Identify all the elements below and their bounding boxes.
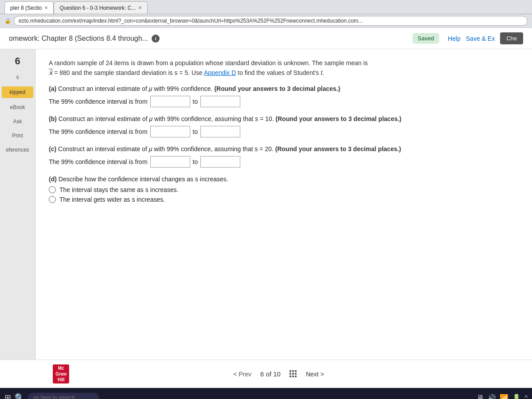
page-current: 6 of 10 bbox=[260, 370, 281, 378]
lock-icon: 🔒 bbox=[4, 18, 11, 24]
sidebar-item-print[interactable]: Print bbox=[0, 130, 35, 141]
sidebar-item-ask[interactable]: Ask bbox=[0, 116, 35, 127]
part-c-mu: μ bbox=[149, 145, 153, 153]
taskbar-right: 🖥 🔊 📶 🔋 ^ bbox=[477, 394, 528, 399]
grid-icon[interactable] bbox=[289, 370, 297, 378]
app-header: omework: Chapter 8 (Sections 8.4 through… bbox=[0, 28, 532, 49]
taskbar-icon2[interactable]: 🔊 bbox=[487, 394, 496, 399]
part-b-question: (b) Construct an interval estimate of μ … bbox=[49, 115, 519, 122]
taskbar-icon3[interactable]: 📶 bbox=[500, 394, 509, 399]
part-a-interval-row: The 99% confidence interval is from to bbox=[49, 96, 519, 107]
part-d-option2-text: The interval gets wider as s increases. bbox=[59, 196, 165, 203]
mgh-logo: Mc Graw Hill bbox=[53, 364, 69, 383]
part-a-input1[interactable] bbox=[150, 96, 190, 107]
save-exit-button[interactable]: Save & Ex bbox=[466, 35, 495, 42]
tab-label: pter 8 (Sectio bbox=[10, 5, 42, 11]
part-c-input1[interactable] bbox=[150, 156, 190, 168]
part-b-input1[interactable] bbox=[150, 126, 190, 137]
part-d-option1-text: The interval stays the same as s increas… bbox=[59, 186, 178, 193]
part-c-label: (c) bbox=[49, 145, 56, 153]
part-c-interval-row: The 99% confidence interval is from to bbox=[49, 156, 519, 168]
part-d-block: (d) Describe how the confidence interval… bbox=[49, 176, 519, 203]
part-d-label: (d) bbox=[49, 176, 57, 183]
taskbar-icon4[interactable]: 🔋 bbox=[512, 394, 521, 399]
part-a-input2[interactable] bbox=[200, 96, 240, 107]
windows-icon[interactable]: ⊞ bbox=[4, 393, 11, 399]
sidebar-item-ebook[interactable]: eBook bbox=[0, 102, 35, 113]
header-buttons: Help Save & Ex Che bbox=[448, 32, 523, 44]
part-c-block: (c) Construct an interval estimate of μ … bbox=[49, 145, 519, 168]
search-taskbar-icon[interactable]: 🔍 bbox=[15, 393, 24, 399]
saved-badge: Saved bbox=[413, 33, 439, 43]
second-tab-label: Question 6 - 0-3 Homework: C... bbox=[59, 5, 136, 11]
sidebar-item-skipped: kipped bbox=[2, 86, 33, 98]
help-button[interactable]: Help bbox=[448, 35, 461, 42]
info-icon[interactable]: i bbox=[152, 35, 160, 43]
url-bar: 🔒 ezto.mheducation.com/ext/map/index.htm… bbox=[0, 14, 532, 28]
content-area: A random sample of 24 items is drawn fro… bbox=[35, 49, 532, 360]
taskbar-chevron[interactable]: ^ bbox=[524, 394, 528, 399]
part-d-option1-row: The interval stays the same as s increas… bbox=[49, 186, 519, 193]
question-intro: A random sample of 24 items is drawn fro… bbox=[49, 58, 519, 78]
part-b-mu: μ bbox=[149, 115, 153, 122]
part-a-label: (a) bbox=[49, 85, 56, 92]
appendix-link[interactable]: Appendix D bbox=[204, 69, 236, 76]
part-c-input2[interactable] bbox=[200, 156, 240, 168]
taskbar-icon1[interactable]: 🖥 bbox=[477, 394, 484, 399]
taskbar: ⊞ 🔍 🖥 🔊 📶 🔋 ^ bbox=[0, 388, 532, 399]
app-title-area: omework: Chapter 8 (Sections 8.4 through… bbox=[9, 35, 160, 43]
second-tab-close-icon[interactable]: ✕ bbox=[138, 5, 142, 10]
taskbar-search-input[interactable] bbox=[28, 393, 99, 399]
part-a-block: (a) Construct an interval estimate of μ … bbox=[49, 85, 519, 107]
part-b-block: (b) Construct an interval estimate of μ … bbox=[49, 115, 519, 137]
main-layout: 6 s kipped eBook Ask Print eferences A r… bbox=[0, 49, 532, 360]
taskbar-left: ⊞ 🔍 bbox=[4, 393, 99, 399]
part-b-round: (Round your answers to 3 decimal places.… bbox=[276, 115, 402, 122]
next-button[interactable]: Next > bbox=[306, 371, 324, 378]
sidebar-item-references[interactable]: eferences bbox=[0, 144, 35, 156]
app-title: omework: Chapter 8 (Sections 8.4 through… bbox=[9, 35, 148, 43]
bottom-nav: Mc Graw Hill < Prev 6 of 10 Next > bbox=[0, 360, 532, 388]
check-button[interactable]: Che bbox=[500, 32, 523, 44]
xbar-symbol: x̄ bbox=[49, 69, 52, 76]
second-tab[interactable]: Question 6 - 0-3 Homework: C... ✕ bbox=[54, 1, 148, 14]
part-d-radio1[interactable] bbox=[49, 186, 56, 193]
part-c-question: (c) Construct an interval estimate of μ … bbox=[49, 145, 519, 153]
part-c-round: (Round your answers to 3 decimal places.… bbox=[275, 145, 401, 153]
part-b-interval-row: The 99% confidence interval is from to bbox=[49, 126, 519, 137]
part-a-mu: μ bbox=[149, 85, 153, 92]
part-a-question: (a) Construct an interval estimate of μ … bbox=[49, 85, 519, 92]
sidebar: 6 s kipped eBook Ask Print eferences bbox=[0, 49, 35, 360]
part-d-option2-row: The interval gets wider as s increases. bbox=[49, 196, 519, 203]
part-d-question: (d) Describe how the confidence interval… bbox=[49, 176, 519, 183]
question-number: 6 bbox=[15, 54, 20, 69]
part-b-input2[interactable] bbox=[200, 126, 240, 137]
part-d-radio2[interactable] bbox=[49, 196, 56, 203]
part-a-round: (Round your answers to 3 decimal places.… bbox=[214, 85, 340, 92]
prev-button[interactable]: < Prev bbox=[233, 371, 251, 378]
active-tab[interactable]: pter 8 (Sectio ✕ bbox=[4, 1, 54, 14]
part-b-label: (b) bbox=[49, 115, 57, 122]
url-box[interactable]: ezto.mheducation.com/ext/map/index.html?… bbox=[14, 16, 528, 26]
sidebar-item-s: s bbox=[0, 71, 35, 83]
tab-close-icon[interactable]: ✕ bbox=[44, 5, 48, 10]
